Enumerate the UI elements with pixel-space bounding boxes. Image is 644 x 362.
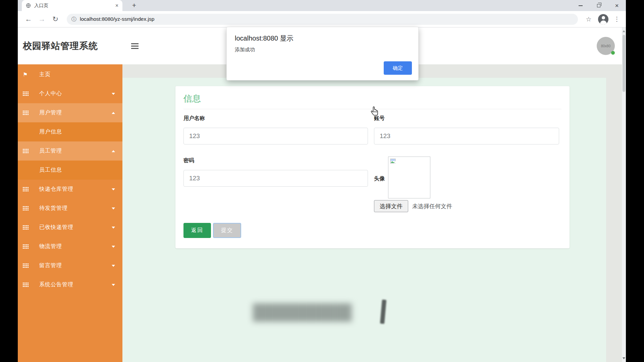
window-controls: × <box>572 0 626 11</box>
browser-toolbar: ← → ↻ ⓘ localhost:8080/yz-ssmj/index.jsp… <box>18 11 626 27</box>
chevron-down-icon <box>112 284 115 286</box>
grid-icon <box>23 263 29 268</box>
tab-strip: 入口页 × + × <box>18 0 626 11</box>
password-input[interactable] <box>183 170 368 187</box>
chevron-down-icon <box>112 188 115 190</box>
avatar-label: 头像 <box>374 175 385 182</box>
mouse-cursor-hand <box>370 106 380 119</box>
grid-icon <box>23 149 29 153</box>
grid-icon <box>23 244 29 249</box>
grid-icon <box>23 92 29 96</box>
grid-icon <box>23 225 29 230</box>
dialog-ok-button[interactable]: 确定 <box>384 61 412 75</box>
chevron-down-icon <box>112 207 115 209</box>
browser-window: 入口页 × + × ← → ↻ ⓘ localhost:8080/yz-ssmj… <box>18 0 626 362</box>
grid-icon <box>23 283 29 287</box>
sidebar-item-personal-center[interactable]: 个人中心 <box>18 84 122 103</box>
flag-icon: ⚑ <box>23 71 28 78</box>
user-avatar[interactable]: 80x80 <box>597 37 615 55</box>
minimize-button[interactable] <box>572 0 590 11</box>
app-brand-title: 校园驿站管理系统 <box>23 40 98 52</box>
username-label: 用户名称 <box>183 115 205 122</box>
password-label: 密码 <box>183 157 194 164</box>
scroll-down-icon[interactable] <box>623 357 625 359</box>
sidebar-subitem-user-info[interactable]: 用户信息 <box>18 122 122 141</box>
bookmark-star-icon[interactable]: ☆ <box>583 15 595 23</box>
file-status-text: 未选择任何文件 <box>412 202 452 210</box>
new-tab-button[interactable]: + <box>128 0 140 11</box>
forward-button[interactable]: → <box>35 15 49 23</box>
chevron-down-icon <box>112 265 115 267</box>
minimize-icon <box>579 5 583 6</box>
sidebar-item-logistics[interactable]: 物流管理 <box>18 237 122 256</box>
globe-icon <box>26 3 31 8</box>
sidebar-subitem-staff-info[interactable]: 员工信息 <box>18 161 122 180</box>
grid-icon <box>23 111 29 115</box>
sidebar-item-staff-management[interactable]: 员工管理 <box>18 141 122 161</box>
browser-menu-icon[interactable]: ⋮ <box>612 15 622 23</box>
dialog-title: localhost:8080 显示 <box>235 34 293 43</box>
grid-icon <box>23 187 29 191</box>
sidebar-item-announcements[interactable]: 系统公告管理 <box>18 275 122 294</box>
scroll-up-icon[interactable] <box>623 30 625 32</box>
chevron-up-icon <box>112 112 115 114</box>
avatar-placeholder-text: 80x80 <box>601 44 611 48</box>
page-info-icon[interactable]: ⓘ <box>71 16 76 22</box>
back-button[interactable]: ← <box>22 15 35 23</box>
browser-tab[interactable]: 入口页 × <box>22 0 122 11</box>
submit-button[interactable]: 提交 <box>213 223 241 238</box>
back-form-button[interactable]: 返回 <box>183 223 211 238</box>
url-text: localhost:8080/yz-ssmj/index.jsp <box>80 16 154 22</box>
online-status-dot <box>611 51 615 55</box>
sidebar-item-received-parcels[interactable]: 已收快递管理 <box>18 218 122 237</box>
sidebar-item-messages[interactable]: 留言管理 <box>18 256 122 275</box>
reload-button[interactable]: ↻ <box>49 15 62 23</box>
chevron-up-icon <box>112 150 115 152</box>
address-bar[interactable]: ⓘ localhost:8080/yz-ssmj/index.jsp <box>67 14 578 25</box>
restore-icon <box>597 4 600 7</box>
alert-dialog: localhost:8080 显示 添加成功 确定 <box>226 27 419 80</box>
blurred-watermark: ▆▆▆▆▆▆ <box>253 298 387 329</box>
sidebar-item-home[interactable]: ⚑ 主页 <box>18 65 122 84</box>
form-section-title: 信息 <box>183 93 201 105</box>
grid-icon <box>23 206 29 210</box>
choose-file-button[interactable]: 选择文件 <box>374 200 408 212</box>
sidebar-item-pending-shipment[interactable]: 待发货管理 <box>18 199 122 218</box>
account-input[interactable] <box>374 128 559 144</box>
chevron-down-icon <box>112 227 115 229</box>
sidebar-nav: ⚑ 主页 个人中心 用户管理 用户信息 员工管理 员工信息 快递仓库管 <box>18 64 122 362</box>
page-scrollbar[interactable] <box>622 27 626 362</box>
tab-close-icon[interactable]: × <box>115 3 118 9</box>
tab-title: 入口页 <box>34 3 112 9</box>
restore-button[interactable] <box>590 0 608 11</box>
avatar-preview-box <box>388 157 430 198</box>
browser-profile-avatar[interactable] <box>598 14 608 24</box>
sidebar-item-warehouse-management[interactable]: 快递仓库管理 <box>18 180 122 199</box>
hamburger-menu-icon[interactable] <box>131 43 139 50</box>
scrollbar-thumb[interactable] <box>623 35 625 92</box>
close-button[interactable]: × <box>608 0 626 11</box>
chevron-down-icon <box>112 93 115 95</box>
username-input[interactable] <box>183 128 368 144</box>
broken-image-icon <box>390 159 396 165</box>
dialog-message: 添加成功 <box>235 47 255 53</box>
sidebar-item-user-management[interactable]: 用户管理 <box>18 103 122 122</box>
chevron-down-icon <box>112 246 115 248</box>
